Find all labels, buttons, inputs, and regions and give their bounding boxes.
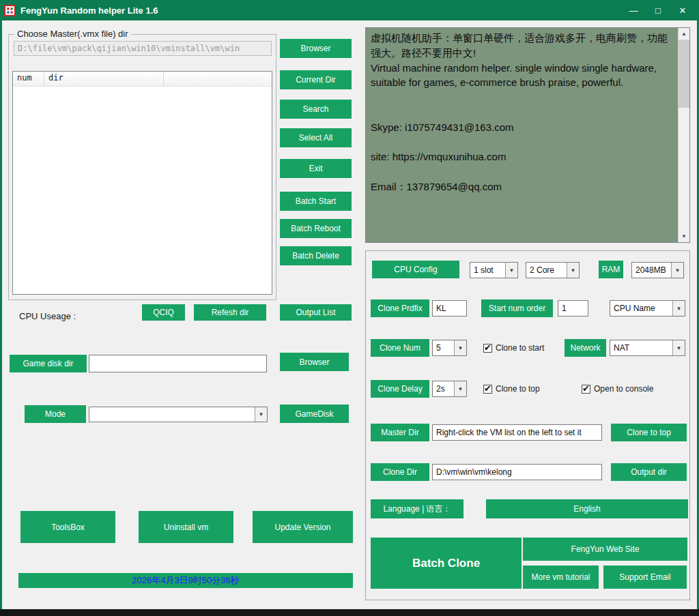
clone-delay-button[interactable]: Clone Delay bbox=[371, 380, 429, 398]
select-all-button[interactable]: Select All bbox=[280, 128, 352, 147]
groupbox-title: Choose Master(.vmx file) dir bbox=[14, 29, 131, 39]
clone-to-start-checkbox[interactable]: Clone to start bbox=[483, 343, 544, 353]
clone-dir-button[interactable]: Clone Dir bbox=[371, 463, 429, 481]
batch-start-button[interactable]: Batch Start bbox=[280, 192, 352, 211]
clone-prefix-button[interactable]: Clone Prdfix bbox=[371, 299, 429, 317]
chevron-down-icon[interactable] bbox=[454, 340, 466, 355]
vm-table-header: num dir bbox=[13, 72, 272, 87]
english-button[interactable]: English bbox=[486, 499, 688, 518]
clone-num-select[interactable]: 5 bbox=[432, 340, 467, 356]
window-bottom-edge bbox=[0, 609, 699, 616]
clone-to-top-checkbox[interactable]: Clone to top bbox=[483, 384, 540, 394]
scroll-up-icon[interactable] bbox=[679, 28, 689, 40]
checkbox-icon[interactable] bbox=[483, 344, 492, 353]
qciq-button[interactable]: QCIQ bbox=[142, 304, 185, 321]
window-title: FengYun Random helper Lite 1.6 bbox=[20, 5, 158, 16]
cpu-name-select[interactable]: CPU Name bbox=[610, 300, 685, 317]
language-button[interactable]: Language | 语言： bbox=[371, 499, 463, 518]
gamedisk-button[interactable]: GameDisk bbox=[280, 405, 349, 423]
cpu-slot-value: 1 slot bbox=[470, 263, 505, 278]
master-path-input[interactable]: D:\file\vm\pack\qijian\win10\vminstall\v… bbox=[14, 41, 272, 56]
output-dir-button[interactable]: Output dir bbox=[611, 463, 687, 481]
clone-to-top-label: Clone to top bbox=[496, 384, 540, 394]
info-scrollbar[interactable] bbox=[678, 28, 689, 242]
minimize-icon[interactable]: — bbox=[621, 0, 646, 20]
open-to-console-label: Open to console bbox=[594, 384, 653, 394]
close-icon[interactable]: ✕ bbox=[670, 0, 695, 20]
refresh-dir-button[interactable]: Refesh dir bbox=[194, 304, 266, 321]
mode-select[interactable] bbox=[89, 407, 268, 422]
mode-button[interactable]: Mode bbox=[25, 405, 86, 423]
info-box: 虚拟机随机助手：单窗口单硬件，适合游戏多开，电商刷赞，功能强大。路径不要用中文!… bbox=[365, 27, 690, 243]
ram-button[interactable]: RAM bbox=[599, 261, 623, 278]
update-version-button[interactable]: Update Version bbox=[253, 511, 353, 543]
chevron-down-icon[interactable] bbox=[255, 407, 267, 422]
title-bar: FengYun Random helper Lite 1.6 — □ ✕ bbox=[0, 0, 699, 20]
window-controls: — □ ✕ bbox=[621, 0, 695, 20]
clone-to-start-label: Clone to start bbox=[496, 343, 544, 353]
exit-button[interactable]: Exit bbox=[280, 159, 352, 178]
website-button[interactable]: FengYun Web Site bbox=[523, 538, 687, 561]
clone-delay-select[interactable]: 2s bbox=[432, 381, 467, 397]
output-list-button[interactable]: Output List bbox=[280, 304, 352, 321]
maximize-icon[interactable]: □ bbox=[646, 0, 670, 20]
mode-select-value bbox=[89, 407, 255, 422]
current-dir-button[interactable]: Current Dir bbox=[280, 70, 352, 89]
chevron-down-icon[interactable] bbox=[672, 340, 685, 355]
open-to-console-checkbox[interactable]: Open to console bbox=[582, 384, 653, 394]
network-select[interactable]: NAT bbox=[610, 340, 685, 356]
cpu-core-value: 2 Core bbox=[526, 263, 567, 278]
clone-dir-input[interactable]: D:\vm\win\vm\kelong bbox=[432, 464, 602, 480]
network-value: NAT bbox=[610, 340, 672, 355]
column-header-num[interactable]: num bbox=[13, 72, 44, 86]
cpu-usage-label: CPU Useage : bbox=[19, 311, 76, 321]
scroll-down-icon[interactable] bbox=[679, 231, 689, 242]
chevron-down-icon[interactable] bbox=[505, 263, 517, 278]
support-email-button[interactable]: Support Email bbox=[603, 566, 687, 589]
cpu-slot-select[interactable]: 1 slot bbox=[470, 262, 518, 278]
clone-num-value: 5 bbox=[433, 340, 454, 355]
cpu-name-value: CPU Name bbox=[610, 301, 672, 316]
toolsbox-button[interactable]: ToolsBox bbox=[20, 511, 115, 543]
vm-list-table[interactable]: num dir bbox=[12, 71, 272, 295]
browser-button[interactable]: Browser bbox=[280, 39, 352, 58]
ram-value: 2048MB bbox=[632, 263, 671, 278]
game-disk-browser-button[interactable]: Browser bbox=[280, 353, 349, 371]
scrollbar-thumb[interactable] bbox=[679, 40, 689, 108]
cpu-config-button[interactable]: CPU Config bbox=[372, 261, 459, 278]
chevron-down-icon[interactable] bbox=[454, 381, 466, 396]
master-dir-input[interactable]: Right-click the VM list on the left to s… bbox=[432, 424, 602, 441]
start-num-order-button[interactable]: Start num order bbox=[481, 299, 553, 317]
cpu-core-select[interactable]: 2 Core bbox=[526, 262, 580, 278]
clone-num-button[interactable]: Clone Num bbox=[371, 339, 429, 357]
chevron-down-icon[interactable] bbox=[672, 301, 685, 316]
ram-select[interactable]: 2048MB bbox=[631, 262, 684, 278]
status-date-bar: 2026年4月3日9时50分36秒 bbox=[18, 573, 353, 588]
game-disk-dir-button[interactable]: Game disk dir bbox=[10, 355, 87, 372]
checkbox-icon[interactable] bbox=[483, 385, 492, 394]
column-header-filler bbox=[164, 72, 272, 86]
master-dir-button[interactable]: Master Dir bbox=[371, 424, 429, 441]
clone-delay-value: 2s bbox=[433, 381, 454, 396]
game-disk-dir-input[interactable] bbox=[89, 355, 267, 372]
app-icon bbox=[4, 5, 16, 16]
clone-to-top-button[interactable]: Clone to top bbox=[611, 424, 687, 441]
column-header-dir[interactable]: dir bbox=[44, 72, 164, 86]
network-button[interactable]: Network bbox=[565, 339, 606, 357]
start-num-input[interactable]: 1 bbox=[558, 300, 588, 317]
info-text: 虚拟机随机助手：单窗口单硬件，适合游戏多开，电商刷赞，功能强大。路径不要用中文!… bbox=[371, 31, 672, 239]
checkbox-icon[interactable] bbox=[582, 385, 590, 394]
batch-delete-button[interactable]: Batch Delete bbox=[280, 246, 352, 265]
app-window: FengYun Random helper Lite 1.6 — □ ✕ Cho… bbox=[0, 0, 699, 616]
chevron-down-icon[interactable] bbox=[567, 263, 579, 278]
uninstall-vm-button[interactable]: Uninstall vm bbox=[139, 511, 233, 543]
chevron-down-icon[interactable] bbox=[671, 263, 683, 278]
batch-reboot-button[interactable]: Batch Reboot bbox=[280, 219, 352, 238]
clone-prefix-input[interactable]: KL bbox=[432, 300, 467, 317]
search-button[interactable]: Search bbox=[280, 100, 352, 119]
tutorial-button[interactable]: More vm tutorial bbox=[523, 566, 599, 589]
batch-clone-button[interactable]: Batch Clone bbox=[371, 538, 522, 589]
